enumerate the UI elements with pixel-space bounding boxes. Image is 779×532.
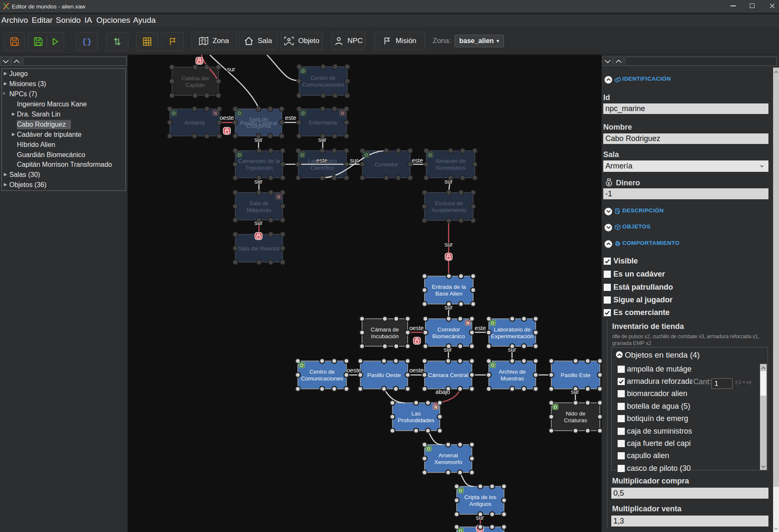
svg-text:Profundidades: Profundidades — [398, 417, 434, 423]
svg-text:O: O — [459, 489, 463, 493]
svg-text:sur: sur — [571, 388, 579, 395]
svg-text:Camarotes de la: Camarotes de la — [238, 158, 280, 164]
svg-text:Pasillo Este: Pasillo Este — [561, 372, 591, 378]
svg-text:Experimentación: Experimentación — [491, 333, 534, 339]
svg-text:Arsenal: Arsenal — [439, 452, 458, 459]
svg-text:Muestras: Muestras — [501, 375, 524, 382]
svg-text:Tripulación: Tripulación — [245, 165, 273, 171]
svg-text:Archivo de: Archivo de — [499, 369, 526, 375]
svg-text:O: O — [301, 153, 304, 157]
svg-text:Entrada de la: Entrada de la — [432, 284, 466, 290]
svg-text:Comunicaciones: Comunicaciones — [301, 375, 343, 382]
svg-text:abajo: abajo — [436, 388, 450, 395]
svg-text:Xenomorfo: Xenomorfo — [434, 459, 462, 465]
svg-text:O: O — [459, 529, 463, 532]
svg-text:Comunicaciones: Comunicaciones — [302, 81, 344, 88]
svg-text:Las: Las — [411, 410, 421, 417]
svg-text:sur: sur — [444, 346, 452, 353]
svg-text:O: O — [172, 111, 176, 116]
svg-text:O: O — [427, 447, 430, 451]
svg-text:oeste: oeste — [409, 367, 424, 374]
svg-text:Centro de: Centro de — [311, 75, 335, 81]
svg-text:Corredor: Corredor — [437, 326, 460, 333]
svg-text:N: N — [434, 405, 437, 410]
svg-text:oeste: oeste — [347, 367, 361, 374]
svg-text:O: O — [365, 153, 368, 157]
svg-text:O: O — [238, 111, 241, 116]
svg-text:Pasillo Oeste: Pasillo Oeste — [367, 372, 401, 378]
svg-text:este: este — [475, 325, 486, 331]
svg-text:O: O — [300, 363, 304, 368]
svg-text:Biomecánico: Biomecánico — [432, 333, 465, 339]
svg-text:O: O — [491, 321, 495, 326]
svg-text:oeste: oeste — [220, 114, 234, 121]
svg-text:sur: sur — [350, 157, 358, 164]
svg-text:O: O — [302, 111, 305, 116]
svg-text:este: este — [316, 157, 328, 164]
svg-text:Antiguos: Antiguos — [469, 501, 492, 507]
svg-text:este: este — [285, 114, 297, 121]
svg-text:oeste: oeste — [409, 325, 424, 331]
svg-text:Cámara Central: Cámara Central — [428, 372, 468, 378]
svg-text:Sala del Reactor: Sala del Reactor — [238, 245, 280, 252]
svg-text:N: N — [341, 111, 344, 116]
svg-text:Centro de: Centro de — [310, 369, 335, 375]
svg-text:sur: sur — [254, 136, 263, 143]
svg-text:O: O — [238, 153, 241, 157]
svg-text:este: este — [412, 157, 423, 164]
svg-text:N: N — [214, 111, 217, 116]
svg-text:sur: sur — [476, 514, 484, 521]
svg-text:Comedor: Comedor — [375, 161, 398, 168]
svg-text:Científico: Científico — [311, 165, 334, 171]
svg-text:sur: sur — [318, 136, 327, 143]
svg-text:O: O — [491, 363, 495, 368]
svg-text:Enfermería: Enfermería — [309, 119, 337, 126]
svg-text:Capitán: Capitán — [185, 82, 205, 88]
svg-text:Suministros: Suministros — [436, 165, 466, 171]
svg-text:sur: sur — [444, 178, 453, 185]
svg-text:Armería: Armería — [184, 119, 205, 126]
svg-text:Base Alien: Base Alien — [436, 290, 463, 297]
svg-text:sur: sur — [227, 66, 235, 73]
svg-text:Pasillo Central: Pasillo Central — [240, 120, 277, 126]
svg-text:sur: sur — [254, 178, 263, 185]
svg-text:Cabina del: Cabina del — [182, 75, 209, 81]
svg-text:N: N — [277, 195, 280, 199]
svg-text:N: N — [466, 321, 469, 326]
svg-text:Sala de: Sala de — [249, 200, 269, 206]
svg-text:Cripta de los: Cripta de los — [464, 494, 496, 500]
svg-text:Laboratorio de: Laboratorio de — [494, 326, 531, 333]
svg-text:Almacén de: Almacén de — [436, 158, 466, 164]
svg-text:Acoplamiento: Acoplamiento — [432, 207, 466, 213]
svg-text:Cámara de: Cámara de — [371, 326, 399, 333]
svg-text:Criaturas: Criaturas — [564, 417, 587, 423]
svg-text:sur: sur — [444, 304, 453, 311]
svg-text:O: O — [302, 69, 305, 73]
svg-text:Máquinas: Máquinas — [247, 207, 272, 213]
svg-text:O: O — [554, 405, 557, 410]
svg-text:sur: sur — [508, 346, 516, 353]
svg-text:$: $ — [608, 181, 610, 186]
svg-text:sur: sur — [444, 241, 453, 248]
svg-text:O: O — [429, 153, 432, 157]
svg-text:Nido de: Nido de — [566, 410, 586, 417]
svg-text:Esclusa de: Esclusa de — [435, 200, 463, 206]
svg-text:Incubación: Incubación — [371, 333, 398, 339]
svg-text:sur: sur — [254, 220, 263, 226]
